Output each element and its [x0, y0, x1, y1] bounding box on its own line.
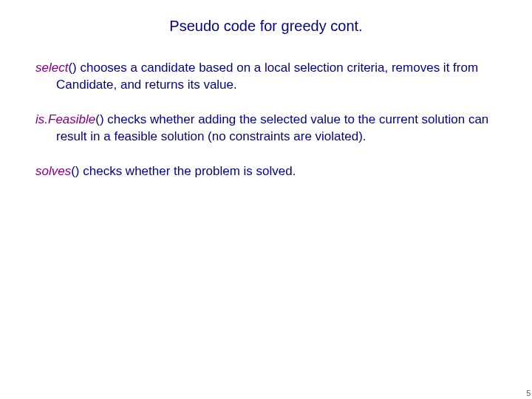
fn-paren: ()	[71, 164, 79, 178]
fn-desc: checks whether the problem is solved.	[80, 164, 296, 178]
fn-paren: ()	[68, 61, 76, 75]
slide-body: select() chooses a candidate based on a …	[35, 60, 497, 180]
slide: Pseudo code for greedy cont. select() ch…	[0, 0, 532, 399]
page-number: 5	[526, 389, 531, 398]
fn-paren: ()	[95, 112, 103, 126]
slide-title: Pseudo code for greedy cont.	[35, 18, 497, 35]
fn-name-solves: solves	[35, 164, 71, 178]
fn-name-isfeasible: is.Feasible	[35, 112, 95, 126]
fn-desc: chooses a candidate based on a local sel…	[56, 61, 478, 92]
fn-name-select: select	[35, 61, 68, 75]
entry-select: select() chooses a candidate based on a …	[35, 60, 497, 94]
entry-solves: solves() checks whether the problem is s…	[35, 163, 497, 180]
fn-desc: checks whether adding the selected value…	[56, 112, 488, 143]
entry-isfeasible: is.Feasible() checks whether adding the …	[35, 112, 497, 146]
